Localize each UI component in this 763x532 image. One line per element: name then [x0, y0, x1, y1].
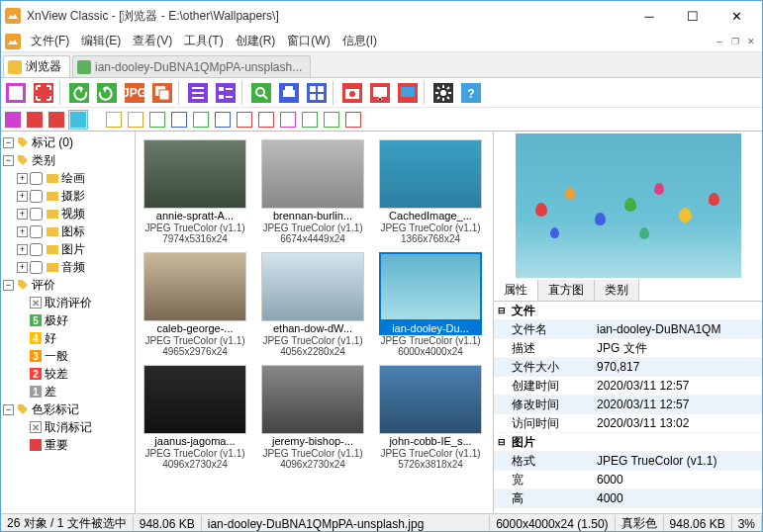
thumbnail-item[interactable]: annie-spratt-A... JPEG TrueColor (v1.1) …: [140, 139, 250, 244]
wallpaper-button[interactable]: [395, 80, 421, 106]
fullscreen-button[interactable]: [31, 80, 56, 106]
menu-edit[interactable]: 编辑(E): [75, 31, 127, 51]
tb2-3[interactable]: [47, 110, 66, 130]
menu-info[interactable]: 信息(I): [336, 31, 383, 51]
batch-button[interactable]: [149, 80, 175, 106]
expand-icon[interactable]: +: [17, 173, 28, 184]
menu-tools[interactable]: 工具(T): [178, 31, 229, 51]
grid-button[interactable]: [304, 80, 330, 106]
tb2-5[interactable]: [104, 110, 124, 130]
rating-badge: 1: [30, 386, 42, 398]
settings-button[interactable]: [430, 80, 456, 106]
tb2-9[interactable]: [191, 110, 211, 130]
menu-create[interactable]: 创建(R): [230, 31, 282, 51]
minimize-button[interactable]: ─: [627, 2, 671, 30]
details-button[interactable]: [213, 80, 238, 106]
tb2-7[interactable]: [147, 110, 167, 130]
maximize-button[interactable]: ☐: [671, 2, 715, 30]
expand-icon[interactable]: −: [3, 155, 14, 166]
tree-rating-1[interactable]: 5极好: [1, 311, 135, 329]
tb2-2[interactable]: [25, 110, 45, 130]
tree-cat-0[interactable]: +绘画: [1, 169, 135, 187]
tree-categories[interactable]: −类别: [1, 151, 135, 169]
expand-icon[interactable]: +: [17, 209, 28, 220]
tb2-15[interactable]: [322, 110, 341, 130]
tb2-10[interactable]: [213, 110, 233, 130]
collapse-icon[interactable]: ⊟: [494, 437, 510, 447]
thumbnail-item[interactable]: jeremy-bishop-... JPEG TrueColor (v1.1) …: [257, 365, 368, 470]
expand-icon[interactable]: +: [17, 226, 28, 237]
expand-icon[interactable]: −: [3, 404, 14, 415]
capture-button[interactable]: [339, 80, 365, 106]
rotate-left-button[interactable]: [66, 80, 92, 106]
expand-icon[interactable]: +: [17, 191, 28, 202]
tree-color-1[interactable]: 重要: [1, 436, 135, 454]
close-button[interactable]: ✕: [715, 2, 758, 30]
print-button[interactable]: [276, 80, 302, 106]
thumbnail-item[interactable]: ethan-dow-dW... JPEG TrueColor (v1.1) 40…: [257, 252, 368, 357]
tree-cat-2[interactable]: +视频: [1, 205, 135, 222]
category-checkbox[interactable]: [30, 172, 43, 185]
tree-tags[interactable]: −标记 (0): [1, 133, 135, 151]
menu-file[interactable]: 文件(F): [25, 31, 75, 51]
tree-rating-4[interactable]: 2较差: [1, 365, 135, 383]
mdi-restore-icon[interactable]: ❐: [728, 35, 742, 48]
category-checkbox[interactable]: [30, 261, 43, 274]
tb2-16[interactable]: [343, 110, 363, 130]
menu-window[interactable]: 窗口(W): [281, 31, 335, 51]
thumbnail-image: [261, 139, 364, 209]
help-button[interactable]: ?: [458, 80, 484, 106]
tree-cat-1[interactable]: +摄影: [1, 187, 135, 205]
tree-rating-5[interactable]: 1差: [1, 383, 135, 400]
thumbnail-item[interactable]: ian-dooley-Du... JPEG TrueColor (v1.1) 6…: [375, 252, 486, 357]
thumbnail-item[interactable]: john-cobb-IE_s... JPEG TrueColor (v1.1) …: [375, 365, 486, 470]
tree-color-0[interactable]: ✕取消标记: [1, 418, 135, 436]
category-checkbox[interactable]: [30, 225, 43, 238]
tb2-1[interactable]: [3, 110, 23, 130]
category-checkbox[interactable]: [30, 243, 43, 256]
thumbnail-item[interactable]: jaanus-jagoma... JPEG TrueColor (v1.1) 4…: [140, 365, 250, 470]
tb2-14[interactable]: [300, 110, 320, 130]
preview-image: [516, 133, 741, 278]
tb2-11[interactable]: [235, 110, 254, 130]
list-button[interactable]: [185, 80, 211, 106]
search-button[interactable]: [248, 80, 274, 106]
tb2-13[interactable]: [278, 110, 298, 130]
tab-image[interactable]: ian-dooley-DuBNA1QMpPA-unsplash...: [72, 55, 311, 77]
expand-icon[interactable]: −: [3, 280, 14, 291]
rotate-right-button[interactable]: [94, 80, 120, 106]
tree-cat-4[interactable]: +图片: [1, 240, 135, 258]
expand-icon[interactable]: +: [17, 244, 28, 255]
thumbnail-item[interactable]: brennan-burlin... JPEG TrueColor (v1.1) …: [257, 139, 368, 244]
menu-view[interactable]: 查看(V): [127, 31, 178, 51]
tb2-6[interactable]: [126, 110, 145, 130]
thumbnail-name: jaanus-jagoma...: [143, 434, 246, 448]
view-mode-button[interactable]: [3, 80, 29, 106]
tree-cat-3[interactable]: +图标: [1, 222, 135, 240]
tab-categories[interactable]: 类别: [595, 280, 639, 301]
tb2-4[interactable]: [68, 110, 88, 130]
svg-rect-58: [47, 227, 58, 236]
mdi-close-icon[interactable]: ✕: [744, 35, 758, 48]
tb2-12[interactable]: [256, 110, 276, 130]
tab-properties[interactable]: 属性: [494, 280, 538, 301]
thumbnail-item[interactable]: CachedImage_... JPEG TrueColor (v1.1) 13…: [375, 139, 486, 244]
tab-browser[interactable]: 浏览器: [3, 55, 70, 77]
collapse-icon[interactable]: ⊟: [494, 306, 510, 315]
expand-icon[interactable]: −: [3, 137, 14, 148]
category-checkbox[interactable]: [30, 208, 43, 221]
mdi-minimize-icon[interactable]: ─: [713, 35, 726, 48]
expand-icon[interactable]: +: [17, 262, 28, 273]
tb2-8[interactable]: [169, 110, 189, 130]
tree-rating[interactable]: −评价: [1, 276, 135, 294]
slideshow-button[interactable]: [367, 80, 393, 106]
tab-histogram[interactable]: 直方图: [538, 280, 595, 301]
category-checkbox[interactable]: [30, 190, 43, 203]
tree-rating-3[interactable]: 3一般: [1, 347, 135, 365]
tree-cat-5[interactable]: +音频: [1, 258, 135, 276]
tree-color[interactable]: −色彩标记: [1, 400, 135, 418]
tree-rating-0[interactable]: ✕取消评价: [1, 294, 135, 311]
thumbnail-item[interactable]: caleb-george-... JPEG TrueColor (v1.1) 4…: [140, 252, 250, 357]
tree-rating-2[interactable]: 4好: [1, 329, 135, 347]
convert-button[interactable]: JPG: [122, 80, 147, 106]
